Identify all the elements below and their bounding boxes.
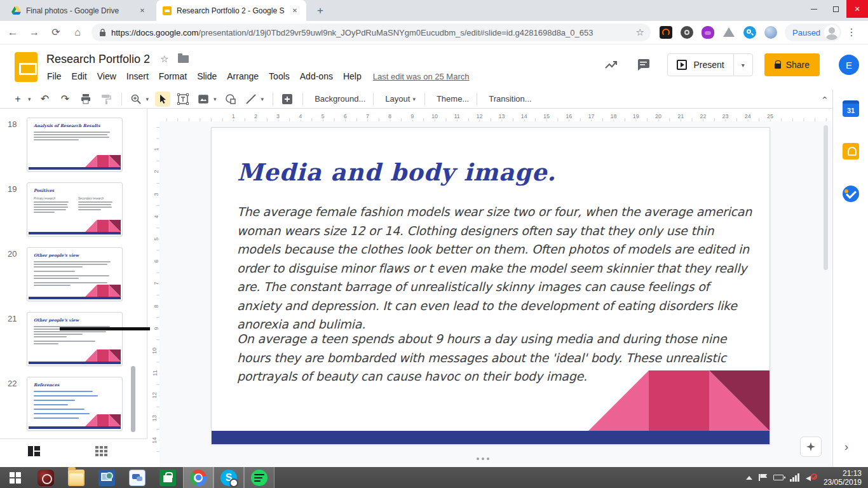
slide-paragraph[interactable]: The average female fashion models wear s… [237, 203, 753, 334]
reload-icon[interactable]: ⟳ [47, 24, 65, 41]
new-tab-button[interactable]: + [313, 4, 328, 19]
onepassword-extension-icon[interactable] [681, 26, 693, 39]
home-icon[interactable]: ⌂ [69, 24, 86, 41]
menu-view[interactable]: View [92, 69, 121, 84]
start-button[interactable] [0, 467, 31, 488]
menu-file[interactable]: File [42, 69, 67, 84]
activity-icon[interactable] [604, 57, 619, 72]
minimize-button[interactable] [803, 0, 825, 18]
present-button-main[interactable]: Present [668, 60, 733, 70]
line-tool-icon[interactable] [243, 92, 259, 107]
menu-arrange[interactable]: Arrange [222, 69, 264, 84]
battery-icon[interactable] [773, 475, 783, 480]
network-signal-icon[interactable] [790, 473, 799, 482]
browser-menu-icon[interactable]: ⋮ [846, 27, 857, 37]
bookmark-star-icon[interactable]: ☆ [634, 27, 644, 38]
profile-button[interactable]: Paused [785, 24, 841, 41]
slide-thumbnail-20[interactable]: Other people's view [27, 247, 123, 301]
taskbar-skype[interactable]: S [214, 467, 244, 488]
menu-edit[interactable]: Edit [67, 69, 92, 84]
shape-icon[interactable] [223, 92, 238, 107]
menu-tools[interactable]: Tools [264, 69, 295, 84]
action-center-icon[interactable] [759, 474, 767, 481]
slide-thumbnail-19[interactable]: PositivesPrimary researchSecondary resea… [27, 182, 123, 236]
tasks-icon[interactable] [843, 186, 859, 202]
move-folder-icon[interactable] [178, 55, 189, 63]
menu-add-ons[interactable]: Add-ons [295, 69, 338, 84]
insert-image-icon[interactable] [196, 92, 211, 107]
menu-insert[interactable]: Insert [121, 69, 154, 84]
globe-extension-icon[interactable] [764, 26, 777, 39]
zoom-icon[interactable] [128, 92, 144, 107]
taskbar-spotify[interactable] [244, 467, 275, 488]
undo-icon[interactable]: ↶ [37, 92, 53, 107]
keep-icon[interactable] [843, 143, 859, 159]
slide-thumbnail-18[interactable]: Analysis of Research Results [27, 118, 123, 172]
grid-view-icon[interactable] [95, 446, 107, 456]
taskbar-file-explorer[interactable] [61, 467, 92, 488]
slides-logo-icon[interactable] [15, 52, 37, 82]
transition-button[interactable]: Transition... [489, 94, 531, 104]
speedtest-extension-icon[interactable] [660, 26, 672, 39]
star-document-icon[interactable]: ☆ [160, 53, 168, 65]
line-caret-icon[interactable]: ▾ [261, 96, 264, 102]
paint-format-icon[interactable] [98, 92, 114, 107]
background-button[interactable]: Background... [315, 94, 365, 104]
address-bar[interactable]: https://docs.google.com/presentation/d/1… [92, 24, 651, 41]
maximize-button[interactable] [825, 0, 846, 18]
add-slide-button[interactable]: + [10, 92, 25, 107]
slide-thumbnail-22[interactable]: References [27, 377, 123, 431]
slide-thumbnail-21[interactable]: Other people's view [27, 312, 123, 366]
canvas-scrollbar[interactable] [824, 125, 828, 270]
filmstrip-scrollbar[interactable] [131, 366, 135, 432]
menu-slide[interactable]: Slide [192, 69, 222, 84]
taskbar-messaging[interactable] [122, 467, 153, 488]
last-edit-link[interactable]: Last edit was on 25 March [373, 72, 470, 81]
redo-icon[interactable]: ↷ [58, 92, 73, 107]
taskbar-network-app[interactable] [92, 467, 122, 488]
pig-extension-icon[interactable] [702, 26, 714, 39]
taskbar-chrome[interactable] [183, 467, 214, 488]
collapse-toolbar-icon[interactable]: ⌃ [820, 95, 829, 106]
hide-side-panel-icon[interactable]: › [844, 440, 848, 454]
tab-close-icon[interactable]: ✕ [290, 6, 300, 16]
share-button[interactable]: Share [764, 53, 820, 76]
current-slide[interactable]: Media and body image. The average female… [211, 127, 770, 445]
taskbar-store[interactable] [153, 467, 183, 488]
zoom-caret-icon[interactable]: ▾ [146, 96, 149, 102]
volume-muted-icon[interactable] [806, 473, 817, 482]
layout-caret-icon[interactable]: ▾ [412, 96, 416, 102]
account-avatar[interactable]: E [839, 55, 859, 75]
select-tool-icon[interactable] [155, 92, 170, 107]
notes-resize-handle[interactable] [477, 458, 489, 460]
back-icon[interactable]: ← [4, 24, 22, 41]
tray-expand-icon[interactable] [746, 476, 752, 480]
menu-format[interactable]: Format [154, 69, 192, 84]
print-icon[interactable] [78, 92, 93, 107]
comments-icon[interactable] [635, 57, 651, 72]
explore-button[interactable] [800, 437, 822, 457]
filmstrip-view-icon[interactable] [28, 446, 40, 456]
image-caret-icon[interactable]: ▾ [214, 96, 217, 102]
taskbar-potplayer[interactable] [31, 467, 61, 488]
text-box-icon[interactable] [175, 92, 191, 107]
search-extension-icon[interactable] [743, 26, 756, 39]
close-button[interactable]: ✕ [846, 0, 868, 18]
insert-placeholder-icon[interactable] [280, 92, 295, 107]
present-button[interactable]: Present ▾ [667, 53, 752, 76]
menu-help[interactable]: Help [338, 69, 367, 84]
tab-close-icon[interactable]: ✕ [137, 6, 147, 16]
add-slide-caret-icon[interactable]: ▾ [28, 96, 31, 102]
taskbar-clock[interactable]: 21:13 23/05/2019 [824, 469, 862, 487]
layout-button[interactable]: Layout [385, 94, 410, 104]
tab-google-drive[interactable]: Final photos - Google Drive ✕ [5, 0, 154, 21]
filmstrip-scroll-indicator[interactable] [60, 327, 150, 330]
drive-offline-extension-icon[interactable] [722, 26, 735, 39]
tab-research-portfolio[interactable]: Research Portfolio 2 - Google Slid ✕ [156, 0, 306, 21]
calendar-icon[interactable]: 31 [843, 100, 859, 117]
document-title[interactable]: Research Portfolio 2 [46, 53, 150, 66]
forward-icon[interactable]: → [25, 24, 43, 41]
theme-button[interactable]: Theme... [437, 94, 469, 104]
slide-title-text[interactable]: Media and body image. [237, 158, 556, 186]
present-dropdown-icon[interactable]: ▾ [733, 54, 752, 76]
